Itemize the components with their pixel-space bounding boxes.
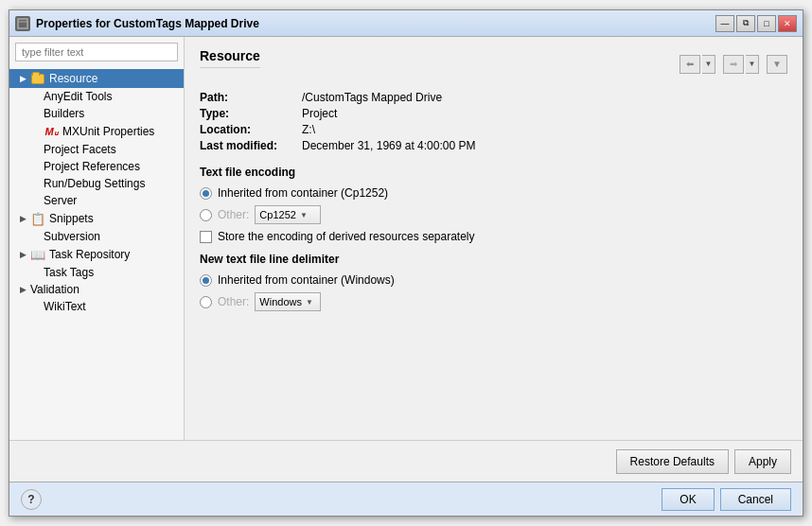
sidebar-item-project-facets[interactable]: Project Facets (9, 141, 184, 158)
ok-button[interactable]: OK (662, 488, 714, 511)
help-button[interactable]: ? (21, 489, 42, 510)
encoding-inherited-row: Inherited from container (Cp1252) (200, 186, 787, 200)
sidebar: ▶ Resource AnyEdit Tools Builders (9, 37, 185, 440)
sidebar-item-subversion[interactable]: Subversion (9, 228, 184, 245)
expander-icon: ▶ (17, 249, 28, 260)
sidebar-item-anyedit[interactable]: AnyEdit Tools (9, 88, 184, 105)
main-content: ▶ Resource AnyEdit Tools Builders (9, 37, 803, 440)
sidebar-item-label: Project Facets (44, 143, 116, 156)
expander-icon (30, 267, 42, 278)
window-icon (15, 16, 30, 31)
forward-dropdown[interactable]: ▼ (746, 55, 759, 74)
expander-icon: ▶ (17, 213, 28, 224)
sidebar-item-label: Snippets (49, 212, 94, 225)
encoding-select[interactable]: Cp1252 ▼ (255, 205, 321, 224)
restore-button[interactable]: ⧉ (736, 15, 755, 32)
close-button[interactable]: ✕ (778, 15, 797, 32)
panel-header: Resource ⬅ ▼ ➡ ▼ ▼ (200, 48, 787, 79)
footer-bar: ? OK Cancel (9, 482, 803, 516)
sidebar-item-label: Run/Debug Settings (44, 177, 145, 190)
sidebar-item-label: Task Tags (44, 266, 94, 279)
expander-icon: ▶ (17, 284, 28, 295)
sidebar-item-label: Project References (44, 160, 140, 173)
expander-icon (30, 108, 42, 119)
expander-icon (30, 178, 42, 189)
delimiter-inherited-radio[interactable] (200, 274, 212, 287)
sidebar-item-snippets[interactable]: ▶ 📋 Snippets (9, 209, 184, 228)
expander-icon (30, 144, 42, 155)
expander-icon (30, 91, 42, 102)
location-label: Location: (200, 123, 294, 136)
forward-button[interactable]: ➡ (723, 55, 744, 74)
store-encoding-checkbox[interactable] (200, 231, 212, 243)
taskrepo-icon: 📖 (30, 247, 45, 262)
path-label: Path: (200, 91, 294, 104)
restore-defaults-button[interactable]: Restore Defaults (616, 449, 729, 474)
sidebar-item-resource[interactable]: ▶ Resource (9, 69, 184, 88)
expander-icon (30, 231, 42, 242)
sidebar-item-task-repository[interactable]: ▶ 📖 Task Repository (9, 245, 184, 264)
sidebar-item-run-debug[interactable]: Run/Debug Settings (9, 175, 184, 192)
last-modified-value: December 31, 1969 at 4:00:00 PM (302, 139, 787, 152)
delimiter-select-value: Windows (259, 296, 302, 307)
delimiter-other-row: Other: Windows ▼ (200, 292, 787, 311)
panel-title: Resource (200, 48, 260, 68)
sidebar-item-server[interactable]: Server (9, 192, 184, 209)
sidebar-item-label: Server (44, 194, 77, 207)
sidebar-item-validation[interactable]: ▶ Validation (9, 281, 184, 298)
sidebar-item-project-references[interactable]: Project References (9, 158, 184, 175)
encoding-inherited-radio[interactable] (200, 187, 212, 200)
snippets-icon: 📋 (30, 211, 45, 226)
location-value: Z:\ (302, 123, 787, 136)
delimiter-other-radio[interactable] (200, 296, 212, 308)
delimiter-section-title: New text file line delimiter (200, 253, 787, 266)
sidebar-item-builders[interactable]: Builders (9, 105, 184, 122)
encoding-other-label: Other: (218, 208, 249, 221)
folder-icon (30, 71, 45, 86)
delimiter-select[interactable]: Windows ▼ (255, 292, 321, 311)
back-dropdown[interactable]: ▼ (702, 55, 715, 74)
encoding-select-value: Cp1252 (259, 209, 296, 220)
right-panel: Resource ⬅ ▼ ➡ ▼ ▼ Path: /CustomTags Map… (185, 37, 803, 440)
expander-icon (30, 161, 42, 172)
sidebar-item-label: Builders (44, 107, 84, 120)
encoding-select-arrow: ▼ (300, 211, 316, 219)
delimiter-select-arrow: ▼ (306, 298, 316, 307)
encoding-other-radio[interactable] (200, 209, 212, 221)
bottom-bar: Restore Defaults Apply (9, 440, 803, 482)
expander-icon (30, 126, 42, 137)
sidebar-item-task-tags[interactable]: Task Tags (9, 264, 184, 281)
tree: ▶ Resource AnyEdit Tools Builders (9, 67, 184, 440)
footer-left: ? (21, 489, 656, 510)
encoding-other-row: Other: Cp1252 ▼ (200, 205, 787, 224)
nav-buttons: ⬅ ▼ ➡ ▼ ▼ (680, 55, 787, 74)
cancel-button[interactable]: Cancel (720, 488, 791, 511)
expander-icon: ▶ (17, 73, 28, 84)
sidebar-item-label: AnyEdit Tools (44, 90, 113, 103)
window-title: Properties for CustomTags Mapped Drive (36, 17, 715, 30)
minimize-button[interactable]: — (715, 15, 734, 32)
type-value: Project (302, 107, 787, 120)
sidebar-item-mxunit[interactable]: Mᵤ MXUnit Properties (9, 122, 184, 141)
sidebar-item-label: Validation (30, 283, 79, 296)
svg-rect-0 (18, 19, 27, 28)
last-modified-label: Last modified: (200, 139, 294, 152)
sidebar-item-label: MXUnit Properties (62, 125, 154, 138)
menu-button[interactable]: ▼ (767, 55, 787, 74)
maximize-button[interactable]: □ (757, 15, 776, 32)
title-bar: Properties for CustomTags Mapped Drive —… (9, 10, 803, 37)
sidebar-item-wikitext[interactable]: WikiText (9, 298, 184, 315)
filter-input[interactable] (15, 43, 178, 61)
delimiter-other-label: Other: (218, 295, 249, 308)
info-grid: Path: /CustomTags Mapped Drive Type: Pro… (200, 91, 787, 152)
delimiter-inherited-row: Inherited from container (Windows) (200, 273, 787, 287)
sidebar-item-label: Resource (49, 72, 97, 85)
back-button[interactable]: ⬅ (680, 55, 700, 74)
store-encoding-label: Store the encoding of derived resources … (218, 230, 475, 243)
expander-icon (30, 301, 42, 312)
encoding-inherited-label: Inherited from container (Cp1252) (218, 186, 388, 200)
delimiter-inherited-label: Inherited from container (Windows) (218, 273, 395, 287)
store-encoding-row: Store the encoding of derived resources … (200, 230, 787, 243)
type-label: Type: (200, 107, 294, 120)
apply-button[interactable]: Apply (734, 449, 791, 474)
